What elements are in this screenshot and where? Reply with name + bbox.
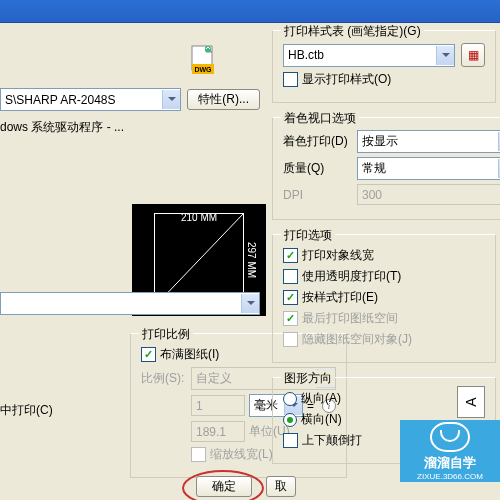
scale-lineweights-label: 缩放线宽(L) [210,446,273,463]
ok-button[interactable]: 确定 [196,476,252,497]
properties-button[interactable]: 特性(R)... [187,89,260,110]
group-title-scale: 打印比例 [139,326,193,343]
upside-down-checkbox[interactable] [283,433,298,448]
printer-name-dropdown[interactable]: S\SHARP AR-2048S [0,88,181,111]
chevron-down-icon [241,294,259,313]
display-styles-label: 显示打印样式(O) [302,71,391,88]
quality-dropdown[interactable]: 常规 [357,157,500,180]
cancel-button[interactable]: 取 [266,476,296,497]
transparency-label: 使用透明度打印(T) [302,268,401,285]
titlebar[interactable] [0,0,500,23]
transparency-checkbox[interactable] [283,269,298,284]
watermark-logo-icon [430,422,470,452]
portrait-radio[interactable] [283,392,297,406]
dpi-label: DPI [283,188,357,202]
watermark: 溜溜自学 ZIXUE.3D66.COM [400,420,500,482]
plot-with-styles-checkbox[interactable] [283,290,298,305]
preview-height-label: 297 MM [246,242,257,278]
landscape-radio[interactable] [283,413,297,427]
scale-label: 比例(S): [141,370,191,387]
lineweights-label: 打印对象线宽 [302,247,374,264]
dwg-file-icon: DWG [186,44,218,76]
fit-to-paper-checkbox[interactable] [141,347,156,362]
upside-down-label: 上下颠倒打 [302,432,362,449]
chevron-down-icon [162,90,180,109]
svg-text:DWG: DWG [194,66,212,73]
lineweights-checkbox[interactable] [283,248,298,263]
printer-description: dows 系统驱动程序 - ... [0,111,268,136]
quality-label: 质量(Q) [283,160,357,177]
drawing-units-input [191,421,245,442]
portrait-label: 纵向(A) [301,390,341,407]
paperspace-last-label: 最后打印图纸空间 [302,310,398,327]
paperspace-last-checkbox [283,311,298,326]
group-title-options: 打印选项 [281,227,335,244]
shade-plot-dropdown[interactable]: 按显示 [357,130,500,153]
hide-paperspace-checkbox [283,332,298,347]
shade-plot-label: 着色打印(D) [283,133,357,150]
scale-lineweights-checkbox [191,447,206,462]
edit-style-button[interactable]: ▦ [461,43,485,67]
hide-paperspace-label: 隐藏图纸空间对象(J) [302,331,412,348]
watermark-url: ZIXUE.3D66.COM [417,472,483,481]
paper-units-input [191,395,245,416]
orientation-icon: A [457,386,485,418]
watermark-name: 溜溜自学 [424,454,476,472]
group-title-orientation: 图形方向 [281,370,335,387]
center-plot-label: 中打印(C) [0,403,53,417]
landscape-label: 横向(N) [301,411,342,428]
chevron-down-icon [436,46,454,65]
group-title-shaded: 着色视口选项 [281,110,359,127]
plot-with-styles-label: 按样式打印(E) [302,289,378,306]
dpi-input [357,184,500,205]
fit-to-paper-label: 布满图纸(I) [160,346,219,363]
group-title-styletable: 打印样式表 (画笔指定)(G) [281,23,424,40]
display-styles-checkbox[interactable] [283,72,298,87]
style-table-dropdown[interactable]: HB.ctb [283,44,455,67]
plot-area-dropdown[interactable] [0,292,260,315]
